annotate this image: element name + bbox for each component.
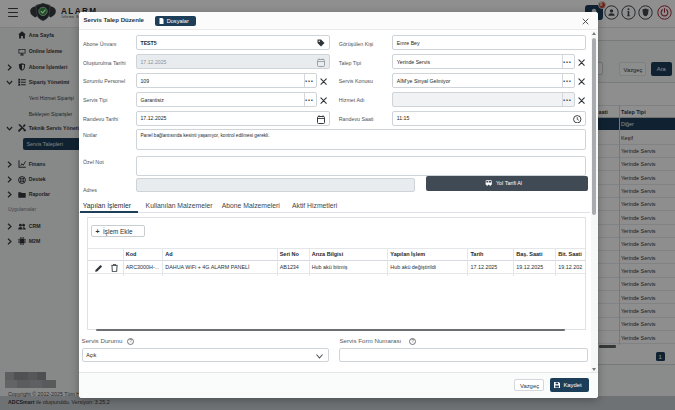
svg-text:?: ? [129, 339, 132, 344]
svg-text:?: ? [411, 339, 414, 344]
